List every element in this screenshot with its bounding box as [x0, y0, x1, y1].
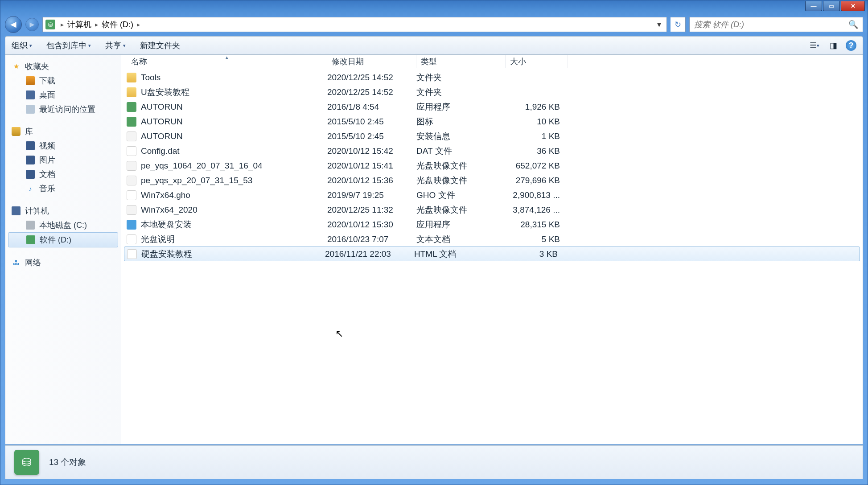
file-name: Win7x64_2020: [141, 205, 197, 215]
sidebar-item-recent[interactable]: 最近访问的位置: [5, 102, 121, 116]
breadcrumb-sep-icon[interactable]: ▸: [95, 21, 98, 28]
file-row[interactable]: 光盘说明2016/10/23 7:07文本文档5 KB: [121, 232, 863, 247]
file-size: 10 KB: [506, 117, 568, 127]
back-button[interactable]: ◄: [5, 16, 22, 33]
file-list[interactable]: Tools2020/12/25 14:52文件夹U盘安装教程2020/12/25…: [121, 68, 863, 444]
column-header-date[interactable]: 修改日期: [327, 55, 416, 68]
column-header-size[interactable]: 大小: [506, 55, 568, 68]
computer-label: 计算机: [25, 206, 49, 216]
music-icon: ♪: [26, 184, 35, 193]
file-type-icon: [127, 220, 136, 230]
downloads-icon: [26, 76, 35, 85]
address-bar[interactable]: ⛁ ▸ 计算机 ▸ 软件 (D:) ▸ ▾: [42, 17, 667, 32]
column-header-name[interactable]: 名称 ▴: [127, 55, 327, 68]
file-row[interactable]: AUTORUN2016/1/8 4:54应用程序1,926 KB: [121, 99, 863, 114]
file-row[interactable]: Win7x64.gho2019/9/7 19:25GHO 文件2,900,813…: [121, 188, 863, 202]
column-header-type[interactable]: 类型: [416, 55, 506, 68]
favorites-group: ★ 收藏夹 下载 桌面 最近访问的位置: [5, 59, 121, 116]
search-icon[interactable]: 🔍: [848, 20, 858, 29]
sidebar-libraries[interactable]: 库: [5, 124, 121, 139]
file-type-icon: [127, 190, 136, 200]
file-date: 2016/10/23 7:07: [327, 234, 416, 244]
address-dropdown-icon[interactable]: ▾: [654, 20, 664, 29]
file-name-cell: 本地硬盘安装: [127, 219, 327, 230]
sidebar-item-label: 下载: [39, 75, 55, 86]
titlebar[interactable]: — ▭ ✕: [0, 0, 868, 15]
file-row[interactable]: AUTORUN2015/5/10 2:45安装信息1 KB: [121, 129, 863, 144]
file-name: Config.dat: [141, 146, 180, 156]
file-type-icon: [127, 117, 136, 127]
toolbar-right: ☰ ▾ ◨ ?: [808, 40, 856, 51]
sidebar-item-drive-d[interactable]: 软件 (D:): [8, 232, 118, 247]
sidebar-item-label: 图片: [39, 155, 55, 165]
file-name: AUTORUN: [141, 117, 183, 127]
libraries-group: 库 视频 图片 文档 ♪ 音乐: [5, 124, 121, 196]
breadcrumb-drive[interactable]: 软件 (D:): [102, 19, 133, 30]
desktop-icon: [26, 90, 35, 99]
sidebar-item-videos[interactable]: 视频: [5, 139, 121, 153]
file-size: 652,072 KB: [506, 161, 568, 171]
computer-icon: [12, 206, 21, 215]
file-type: 文本文档: [416, 234, 506, 245]
breadcrumb-computer[interactable]: 计算机: [67, 19, 91, 30]
file-name: 硬盘安装教程: [141, 248, 192, 260]
maximize-button[interactable]: ▭: [823, 1, 840, 11]
preview-pane-button[interactable]: ◨: [827, 40, 839, 51]
sidebar-favorites[interactable]: ★ 收藏夹: [5, 59, 121, 74]
newfolder-button[interactable]: 新建文件夹: [140, 40, 180, 51]
file-size: 36 KB: [506, 146, 568, 156]
search-box[interactable]: 🔍: [689, 17, 863, 32]
file-type: 图标: [416, 116, 506, 127]
file-name: U盘安装教程: [141, 86, 189, 98]
column-name-label: 名称: [131, 56, 147, 67]
file-row[interactable]: Tools2020/12/25 14:52文件夹: [121, 70, 863, 85]
sidebar-item-desktop[interactable]: 桌面: [5, 88, 121, 102]
file-row[interactable]: pe_yqs_1064_20_07_31_16_042020/10/12 15:…: [121, 158, 863, 173]
file-row[interactable]: 硬盘安装教程2016/11/21 22:03HTML 文档3 KB: [124, 247, 860, 261]
file-row[interactable]: Win7x64_20202020/12/25 11:32光盘映像文件3,874,…: [121, 202, 863, 217]
sidebar-item-documents[interactable]: 文档: [5, 167, 121, 181]
close-button[interactable]: ✕: [841, 1, 865, 11]
file-date: 2020/12/25 14:52: [327, 87, 416, 97]
sidebar-item-downloads[interactable]: 下载: [5, 74, 121, 88]
breadcrumb-sep-icon[interactable]: ▸: [137, 21, 140, 28]
help-button[interactable]: ?: [846, 40, 856, 51]
file-type: 文件夹: [416, 86, 506, 98]
file-date: 2015/5/10 2:45: [327, 117, 416, 127]
refresh-button[interactable]: ↻: [671, 17, 686, 32]
sidebar-item-drive-c[interactable]: 本地磁盘 (C:): [5, 218, 121, 232]
file-name-cell: AUTORUN: [127, 117, 327, 127]
file-row[interactable]: U盘安装教程2020/12/25 14:52文件夹: [121, 85, 863, 99]
file-type-icon: [127, 161, 136, 171]
organize-button[interactable]: 组织 ▾: [12, 40, 32, 51]
minimize-button[interactable]: —: [805, 1, 822, 11]
file-type-icon: [127, 102, 136, 112]
sidebar-item-label: 软件 (D:): [40, 234, 71, 245]
file-type-icon: [127, 249, 137, 259]
navigation-bar: ◄ ► ⛁ ▸ 计算机 ▸ 软件 (D:) ▸ ▾ ↻ 🔍: [5, 15, 863, 34]
file-row[interactable]: pe_yqs_xp_20_07_31_15_532020/10/12 15:36…: [121, 173, 863, 188]
forward-button[interactable]: ►: [25, 18, 39, 31]
view-mode-button[interactable]: ☰ ▾: [808, 40, 821, 51]
file-name: Win7x64.gho: [141, 190, 190, 200]
file-name-cell: 光盘说明: [127, 234, 327, 245]
star-icon: ★: [12, 62, 21, 71]
search-input[interactable]: [694, 20, 848, 29]
share-button[interactable]: 共享 ▾: [105, 40, 126, 51]
sidebar-item-music[interactable]: ♪ 音乐: [5, 181, 121, 196]
file-date: 2020/12/25 14:52: [327, 73, 416, 82]
file-row[interactable]: AUTORUN2015/5/10 2:45图标10 KB: [121, 114, 863, 129]
file-type-icon: [127, 176, 136, 185]
sidebar-item-pictures[interactable]: 图片: [5, 153, 121, 167]
file-date: 2019/9/7 19:25: [327, 190, 416, 200]
file-row[interactable]: Config.dat2020/10/12 15:42DAT 文件36 KB: [121, 144, 863, 158]
include-library-button[interactable]: 包含到库中 ▾: [46, 40, 91, 51]
sidebar-network[interactable]: 🖧 网络: [5, 255, 121, 270]
file-type: 光盘映像文件: [416, 204, 506, 216]
sidebar-computer[interactable]: 计算机: [5, 204, 121, 218]
chevron-down-icon: ▾: [29, 43, 32, 49]
file-name: AUTORUN: [141, 132, 183, 141]
toolbar: 组织 ▾ 包含到库中 ▾ 共享 ▾ 新建文件夹 ☰ ▾ ◨ ?: [5, 36, 863, 55]
file-size: 1,926 KB: [506, 102, 568, 112]
file-row[interactable]: 本地硬盘安装2020/10/12 15:30应用程序28,315 KB: [121, 217, 863, 232]
